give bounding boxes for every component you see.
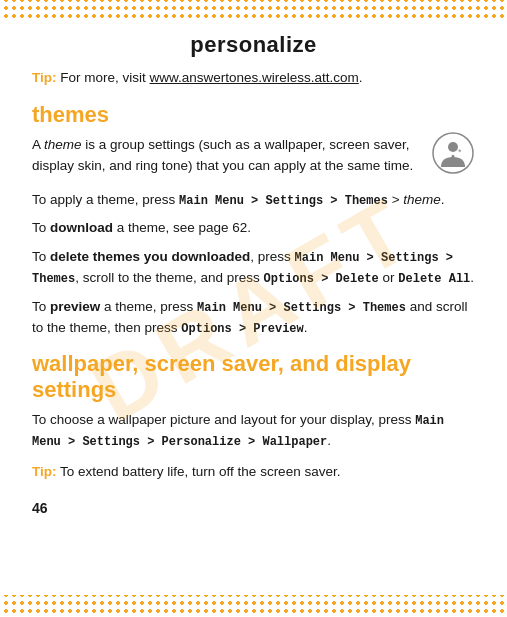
tip-bottom-text: To extend battery life, turn off the scr… [57, 464, 341, 479]
svg-text:A: A [449, 153, 457, 165]
download-bold: download [50, 220, 113, 235]
delete-bold: delete themes you downloaded [50, 249, 250, 264]
svg-text:*: * [458, 147, 462, 157]
preview-bold: preview [50, 299, 100, 314]
tip-top-label: Tip: [32, 70, 57, 85]
themes-para-5: To preview a theme, press Main Menu > Se… [32, 297, 475, 339]
top-border [0, 0, 507, 22]
themes-title: themes [32, 102, 475, 128]
themes-section: themes A * [32, 102, 475, 339]
menu-path-1: Main Menu > Settings > Themes [179, 194, 388, 208]
theme-icon-container: A * [431, 131, 475, 182]
menu-path-4: Delete All [398, 272, 470, 286]
theme-italic-2: theme [403, 192, 441, 207]
themes-body: A * A theme is a group settings (such as… [32, 135, 475, 339]
tip-top-text: For more, visit [57, 70, 150, 85]
menu-path-6: Options > Preview [181, 322, 303, 336]
tip-top: Tip: For more, visit www.answertones.wir… [32, 68, 475, 88]
theme-icon: A * [431, 131, 475, 175]
theme-italic: theme [44, 137, 82, 152]
page-title: personalize [0, 24, 507, 68]
menu-path-7: Main Menu > Settings > Personalize > Wal… [32, 414, 444, 449]
themes-para-4: To delete themes you downloaded, press M… [32, 247, 475, 289]
wallpaper-para-1: To choose a wallpaper picture and layout… [32, 410, 475, 452]
menu-path-3: Options > Delete [264, 272, 379, 286]
tip-bottom: Tip: To extend battery life, turn off th… [32, 462, 475, 482]
tip-top-link[interactable]: www.answertones.wireless.att.com [150, 70, 359, 85]
svg-point-1 [448, 142, 458, 152]
wallpaper-section: wallpaper, screen saver, and display set… [32, 351, 475, 452]
themes-para-2: To apply a theme, press Main Menu > Sett… [32, 190, 475, 211]
themes-para-3: To download a theme, see page 62. [32, 218, 475, 239]
wallpaper-body: To choose a wallpaper picture and layout… [32, 410, 475, 452]
menu-path-5: Main Menu > Settings > Themes [197, 301, 406, 315]
main-content: Tip: For more, visit www.answertones.wir… [0, 68, 507, 482]
bottom-border [0, 595, 507, 617]
wallpaper-title: wallpaper, screen saver, and display set… [32, 351, 475, 404]
page-number: 46 [0, 496, 507, 520]
tip-top-period: . [359, 70, 363, 85]
tip-bottom-label: Tip: [32, 464, 57, 479]
themes-para-1: A * A theme is a group settings (such as… [32, 135, 475, 182]
